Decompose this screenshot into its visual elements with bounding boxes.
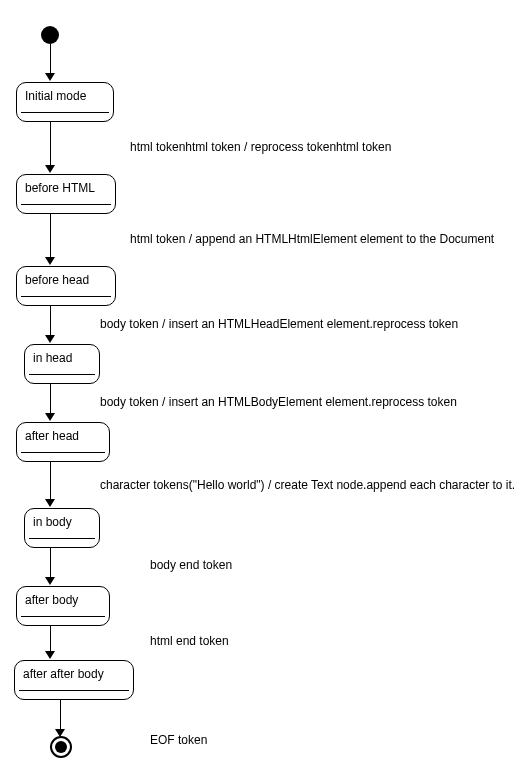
arrowhead-icon — [45, 499, 55, 507]
state-label: in body — [33, 515, 72, 529]
edge-label: body token / insert an HTMLBodyElement e… — [100, 395, 457, 409]
edge-before-head-to-in-head — [50, 306, 51, 336]
edge-label: EOF token — [150, 733, 207, 747]
final-pseudostate-icon — [50, 736, 72, 758]
edge-after-body-to-after-after-body — [50, 626, 51, 652]
state-label: before HTML — [25, 181, 95, 195]
edge-label: body token / insert an HTMLHeadElement e… — [100, 317, 458, 331]
edge-in-head-to-after-head — [50, 384, 51, 414]
diagram-canvas: { "chart_data": { "type": "state-machine… — [0, 0, 532, 769]
state-label: after head — [25, 429, 79, 443]
arrowhead-icon — [45, 335, 55, 343]
edge-label: character tokens("Hello world") / create… — [100, 478, 515, 492]
arrowhead-icon — [45, 257, 55, 265]
state-divider — [29, 374, 95, 375]
edge-start-to-initial — [50, 44, 51, 74]
state-divider — [21, 112, 109, 113]
edge-label: body end token — [150, 558, 232, 572]
state-label: after after body — [23, 667, 104, 681]
arrowhead-icon — [45, 73, 55, 81]
state-initial-mode: Initial mode — [16, 82, 114, 122]
edge-in-body-to-after-body — [50, 548, 51, 578]
state-in-body: in body — [24, 508, 100, 548]
state-divider — [21, 452, 105, 453]
initial-pseudostate-icon — [41, 26, 59, 44]
edge-after-after-body-to-end — [60, 700, 61, 730]
state-divider — [21, 616, 105, 617]
state-after-head: after head — [16, 422, 110, 462]
state-divider — [21, 204, 111, 205]
edge-before-html-to-before-head — [50, 214, 51, 258]
edge-after-head-to-in-body — [50, 462, 51, 500]
state-label: before head — [25, 273, 89, 287]
state-divider — [21, 296, 111, 297]
state-label: after body — [25, 593, 78, 607]
edge-initial-to-before-html — [50, 122, 51, 166]
final-inner-dot-icon — [55, 741, 67, 753]
arrowhead-icon — [45, 413, 55, 421]
state-before-head: before head — [16, 266, 116, 306]
arrowhead-icon — [45, 577, 55, 585]
state-in-head: in head — [24, 344, 100, 384]
arrowhead-icon — [45, 651, 55, 659]
edge-label: html token / append an HTMLHtmlElement e… — [130, 232, 494, 246]
state-label: Initial mode — [25, 89, 86, 103]
state-after-body: after body — [16, 586, 110, 626]
state-divider — [29, 538, 95, 539]
arrowhead-icon — [45, 165, 55, 173]
state-before-html: before HTML — [16, 174, 116, 214]
state-after-after-body: after after body — [14, 660, 134, 700]
edge-label: html tokenhtml token / reprocess tokenht… — [130, 140, 391, 154]
state-label: in head — [33, 351, 72, 365]
edge-label: html end token — [150, 634, 229, 648]
state-divider — [19, 690, 129, 691]
